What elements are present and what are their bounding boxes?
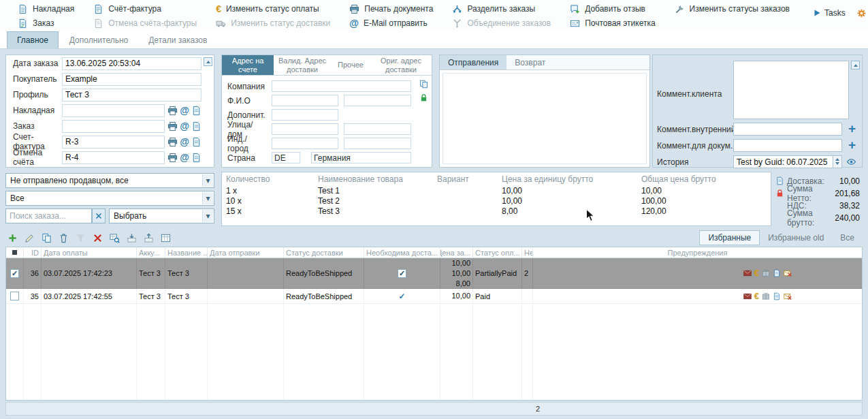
view-tab-all[interactable]: Все: [832, 230, 863, 245]
document-icon[interactable]: [191, 153, 202, 163]
email-icon[interactable]: @: [180, 121, 189, 131]
email-icon[interactable]: @: [180, 106, 189, 116]
filter-button[interactable]: [74, 231, 87, 245]
tab-additional[interactable]: Дополнительно: [60, 31, 138, 48]
comment-scroll-up-button[interactable]: [851, 61, 860, 69]
package-icon[interactable]: [762, 292, 770, 300]
col-price-header[interactable]: Цена за...: [440, 247, 473, 258]
print-icon[interactable]: [167, 153, 178, 163]
email-icon[interactable]: @: [180, 153, 189, 163]
export-button[interactable]: [125, 231, 138, 245]
house-field[interactable]: [344, 123, 411, 135]
add-document-comment-button[interactable]: +: [848, 140, 856, 151]
col-account-header[interactable]: Акку...: [137, 247, 165, 258]
email-icon[interactable]: @: [180, 137, 189, 147]
row-checkbox[interactable]: [10, 269, 19, 278]
settings-gear-orange-button[interactable]: [856, 8, 867, 18]
package-icon[interactable]: [762, 269, 770, 277]
invoice-field[interactable]: R-3: [62, 136, 165, 149]
col-id-header[interactable]: ID: [24, 247, 42, 258]
history-spinner[interactable]: [833, 155, 842, 168]
print-document-button[interactable]: Печать документа: [349, 3, 433, 15]
add-row-button[interactable]: [5, 231, 19, 245]
col-warnings-header[interactable]: Предупреждения: [533, 247, 862, 258]
form-scroll-up-button[interactable]: [204, 57, 212, 66]
clear-search-button[interactable]: [92, 208, 106, 223]
row-checkbox[interactable]: [10, 292, 19, 300]
tab-original-shipping-address[interactable]: Ориг. адрес доставки: [370, 55, 432, 75]
euro-icon[interactable]: €: [754, 292, 759, 301]
lock-green-icon[interactable]: [419, 93, 428, 102]
euro-icon[interactable]: €: [754, 268, 759, 278]
split-orders-button[interactable]: Разделить заказы: [452, 3, 551, 15]
add-feedback-button[interactable]: Добавить отзыв: [570, 3, 655, 15]
print-icon[interactable]: [167, 106, 178, 116]
col-needs-delivery-header[interactable]: Необходима доста...: [364, 247, 440, 258]
invoice-button[interactable]: Счёт-фактура: [93, 3, 197, 15]
lastname-field[interactable]: [344, 95, 411, 106]
col-delivery-status-header[interactable]: Статус доставки: [284, 247, 364, 258]
send-email-button[interactable]: @ E-Mail отправить: [349, 17, 433, 29]
document-icon[interactable]: [191, 106, 202, 116]
delete-row-button[interactable]: [57, 231, 70, 245]
scope-filter-dropdown[interactable]: Все: [5, 191, 214, 206]
order-search-input[interactable]: [5, 208, 92, 223]
needs-delivery-checkbox[interactable]: [398, 269, 406, 278]
item-row[interactable]: 10 x Test 2 10,00 100,00: [222, 196, 771, 206]
tab-shipments[interactable]: Отправления: [440, 55, 507, 69]
view-tab-favorites-old[interactable]: Избранные old: [760, 230, 832, 245]
change-payment-status-button[interactable]: € Изменить статус оплаты: [216, 3, 330, 15]
select-dropdown[interactable]: Выбрать: [109, 208, 214, 223]
company-field[interactable]: [272, 80, 411, 92]
document-icon[interactable]: [191, 121, 202, 131]
mail-blocked-icon[interactable]: [743, 269, 752, 277]
postage-label-button[interactable]: Почтовая этикетка: [570, 17, 655, 29]
tab-other[interactable]: Прочее: [331, 55, 370, 75]
search-grid-button[interactable]: [108, 231, 121, 245]
tab-valid-shipping-address[interactable]: Валид. Адрес доставки: [274, 55, 331, 75]
note-icon[interactable]: [773, 269, 781, 277]
country-name-field[interactable]: Германия: [311, 152, 411, 164]
col-title-header[interactable]: Название ...: [165, 247, 208, 258]
internal-comment-input[interactable]: [733, 123, 842, 136]
document-comment-input[interactable]: [733, 139, 842, 152]
shipments-list-area[interactable]: [443, 73, 647, 164]
order-row-35[interactable]: 35 03.07.2025 17:42:55 Тест 3 Тест 3 Rea…: [6, 289, 862, 304]
tab-returns[interactable]: Возврат: [507, 55, 553, 69]
invoice-cancel-button[interactable]: Отмена счёта-фактуры: [93, 17, 197, 29]
change-order-statuses-button[interactable]: Изменить статусы заказов: [675, 3, 790, 15]
grid-status-bar[interactable]: 2: [5, 402, 863, 416]
order-field[interactable]: [62, 120, 165, 133]
additional-field[interactable]: [272, 109, 338, 121]
merge-orders-button[interactable]: Объединение заказов: [452, 17, 551, 29]
view-tab-favorites[interactable]: Избранные: [699, 230, 760, 245]
tab-billing-address[interactable]: Адрес на счете: [222, 55, 274, 75]
client-comment-textarea[interactable]: [733, 61, 849, 119]
order-row-36[interactable]: 36 03.07.2025 17:42:23 Тест 3 Тест 3 Rea…: [6, 258, 862, 289]
profile-field[interactable]: Тест 3: [62, 89, 202, 102]
mail-crossed-icon[interactable]: [784, 269, 792, 277]
street-field[interactable]: [272, 123, 338, 135]
document-icon[interactable]: [191, 137, 202, 147]
mail-blocked-icon[interactable]: [743, 292, 752, 300]
copy-row-button[interactable]: [39, 231, 53, 245]
add-internal-comment-button[interactable]: +: [848, 123, 856, 134]
waybill-field[interactable]: [62, 104, 165, 117]
col-neo-header[interactable]: Нео...: [522, 247, 533, 258]
note-icon[interactable]: [773, 292, 781, 300]
col-payment-status-header[interactable]: Статус опл...: [473, 247, 522, 258]
print-icon[interactable]: [167, 121, 178, 131]
buyer-field[interactable]: Example: [62, 73, 202, 86]
edit-row-button[interactable]: [22, 231, 36, 245]
order-date-field[interactable]: 13.06.2025 20:53:04: [62, 57, 202, 70]
tasks-button[interactable]: Tasks: [809, 7, 850, 19]
tab-order-details[interactable]: Детали заказов: [139, 31, 216, 48]
waybill-button[interactable]: Накладная: [18, 3, 74, 15]
order-button[interactable]: Заказ: [18, 17, 74, 29]
view-history-button[interactable]: [846, 157, 856, 167]
import-button[interactable]: [142, 231, 155, 245]
zip-field[interactable]: [272, 138, 338, 149]
copy-icon[interactable]: [419, 80, 428, 89]
mail-crossed-icon[interactable]: [784, 292, 792, 300]
clear-filter-button[interactable]: [91, 231, 104, 245]
